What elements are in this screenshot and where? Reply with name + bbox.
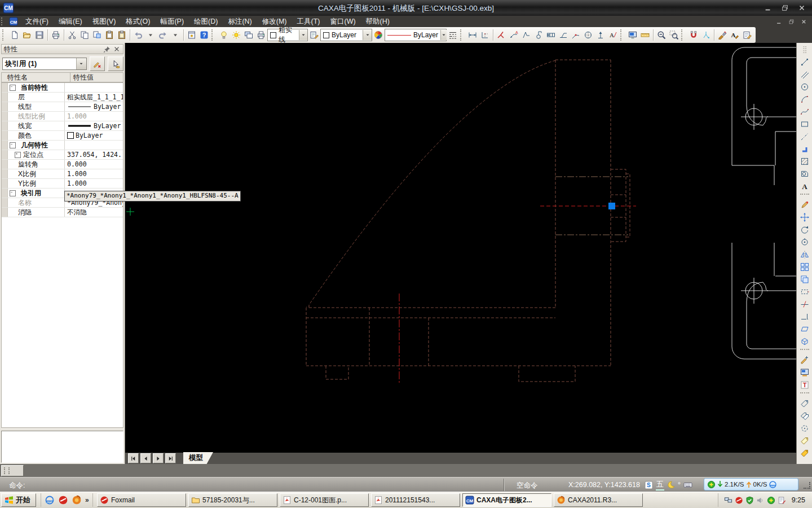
- chevron-down-icon[interactable]: [299, 30, 307, 40]
- mdi-restore-button[interactable]: [787, 18, 795, 25]
- draw-solid-icon[interactable]: [798, 335, 811, 348]
- tb-doc-edit-icon[interactable]: [741, 29, 753, 41]
- tray-shield-icon[interactable]: [745, 496, 754, 505]
- toolbar-grip[interactable]: [211, 29, 215, 41]
- menu-幅面P[interactable]: 幅面(P): [155, 16, 189, 28]
- property-value[interactable]: ByLayer: [65, 121, 123, 130]
- cad-drawing[interactable]: [125, 43, 796, 464]
- draw-stretch-icon[interactable]: [798, 286, 811, 298]
- chevron-down-icon[interactable]: [440, 30, 447, 40]
- draw-line-icon[interactable]: [798, 56, 811, 68]
- selection-grip[interactable]: [608, 203, 615, 209]
- draw-spline-icon[interactable]: [798, 106, 811, 118]
- draw-text-icon[interactable]: A: [798, 180, 811, 192]
- tb-module-icon[interactable]: [186, 29, 198, 41]
- ime-wubi-label[interactable]: 五: [656, 479, 664, 491]
- tb-chamfer-dim-icon[interactable]: [495, 29, 508, 41]
- minimize-button[interactable]: [761, 3, 775, 12]
- layer-combo[interactable]: 粗实线: [267, 29, 308, 41]
- tb-copy-sel-icon[interactable]: [91, 29, 103, 41]
- draw-text-tool-icon[interactable]: T: [798, 379, 811, 391]
- property-value[interactable]: 粗实线层_1_1_1_1: [65, 93, 123, 102]
- ime-punct-label[interactable]: °: [678, 481, 681, 489]
- toolbar-grip[interactable]: [2, 29, 6, 41]
- network-speed-widget[interactable]: 2.1K/S 0K/S: [704, 478, 798, 491]
- property-value[interactable]: ByLayer: [65, 131, 123, 140]
- tb-drop-icon[interactable]: [169, 29, 182, 41]
- tray-volume-icon[interactable]: [756, 496, 765, 505]
- selection-combo[interactable]: 块引用 (1): [2, 58, 87, 70]
- tb-save-icon[interactable]: [33, 29, 46, 41]
- draw-ocr-icon[interactable]: [798, 366, 811, 379]
- tb-open-icon[interactable]: [21, 29, 33, 41]
- chevron-down-icon[interactable]: [76, 58, 86, 69]
- tb-magnet-icon[interactable]: [687, 29, 700, 41]
- taskbar-button-57185-20031与...[interactable]: 57185-20031与...: [188, 493, 277, 507]
- taskbar-button-201112151543...[interactable]: 201112151543...: [371, 493, 460, 507]
- property-value[interactable]: 0.000: [65, 160, 123, 169]
- draw-tag-yellow-icon[interactable]: [798, 447, 811, 459]
- tb-dim-linear-icon[interactable]: [466, 29, 479, 41]
- tb-paste-special-icon[interactable]: [116, 29, 128, 41]
- taskbar-button-CAXA2011.R3...[interactable]: CAXA2011.R3...: [554, 493, 643, 507]
- tb-layer-settings-icon[interactable]: [308, 29, 320, 41]
- menu-绘图D[interactable]: 绘图(D): [189, 16, 223, 28]
- collapse-icon[interactable]: [10, 142, 16, 148]
- property-row-层[interactable]: 层粗实线层_1_1_1_1: [2, 93, 123, 102]
- expand-icon[interactable]: [15, 152, 21, 158]
- menu-格式O[interactable]: 格式(O): [121, 16, 155, 28]
- mdi-close-button[interactable]: [800, 18, 807, 25]
- taskbar-button-Foxmail[interactable]: Foxmail: [97, 493, 186, 507]
- taskbar-button-C-12-001图面.p...[interactable]: C-12-001图面.p...: [280, 493, 369, 507]
- tb-leader-icon[interactable]: A: [508, 29, 520, 41]
- menubar-grip[interactable]: [1, 17, 5, 25]
- tb-undo-icon[interactable]: [132, 29, 144, 41]
- toolbar-grip[interactable]: [681, 29, 685, 41]
- draw-parallel-icon[interactable]: [798, 68, 811, 81]
- draw-mirror-icon[interactable]: [798, 248, 811, 261]
- toolbar-grip[interactable]: [620, 29, 624, 41]
- tb-zoom-out-icon[interactable]: [655, 29, 668, 41]
- draw-array-icon[interactable]: [798, 261, 811, 273]
- tb-raise-icon[interactable]: [594, 29, 607, 41]
- next-tab-button[interactable]: [153, 453, 164, 463]
- tb-weld-icon[interactable]: [557, 29, 570, 41]
- tb-tolerance-icon[interactable]: [545, 29, 557, 41]
- tb-style-brush-icon[interactable]: A: [729, 29, 741, 41]
- property-value[interactable]: [65, 141, 123, 150]
- property-row-当前特性[interactable]: 当前特性: [2, 83, 123, 93]
- menu-窗口W[interactable]: 窗口(W): [325, 16, 360, 28]
- property-row-X比例[interactable]: X比例1.000: [2, 169, 123, 179]
- draw-dim-edit-icon[interactable]: [798, 354, 811, 366]
- restore-button[interactable]: [778, 3, 792, 12]
- property-row-线型比例[interactable]: 线型比例1.000: [2, 112, 123, 121]
- draw-circle-icon[interactable]: [798, 81, 811, 93]
- property-value[interactable]: [65, 83, 123, 92]
- quicklaunch-ie-icon[interactable]: [45, 495, 55, 505]
- ie-icon[interactable]: [769, 480, 777, 489]
- drawing-canvas[interactable]: 模型: [125, 43, 796, 464]
- property-row-定位点[interactable]: 定位点337.054, 1424...: [2, 150, 123, 160]
- tb-node-icon[interactable]: [570, 29, 582, 41]
- tb-text-dim-icon[interactable]: A: [607, 29, 619, 41]
- quicklaunch-foxmail-icon[interactable]: [58, 495, 68, 505]
- property-value[interactable]: 1.000: [65, 179, 123, 188]
- tb-copy-icon[interactable]: [78, 29, 91, 41]
- tray-foxmail-icon[interactable]: [735, 496, 743, 505]
- property-value[interactable]: 1.000: [65, 169, 123, 178]
- property-row-线宽[interactable]: 线宽ByLayer: [2, 121, 123, 131]
- draw-sketch-icon[interactable]: [798, 199, 811, 211]
- taskbar-button-CAXA电子图板2...[interactable]: CMCAXA电子图板2...: [462, 493, 551, 507]
- tb-linetype-settings-icon[interactable]: [447, 29, 459, 41]
- pin-icon[interactable]: [103, 45, 111, 53]
- draw-rotate-icon[interactable]: [798, 224, 811, 236]
- last-tab-button[interactable]: [165, 453, 176, 463]
- dock-grip[interactable]: [1, 465, 24, 476]
- menu-标注N[interactable]: 标注(N): [223, 16, 257, 28]
- tb-datum-icon[interactable]: [532, 29, 545, 41]
- tb-print-icon[interactable]: [50, 29, 62, 41]
- tb-cut-icon[interactable]: [66, 29, 78, 41]
- property-value[interactable]: 1.000: [65, 112, 123, 121]
- draw-rotate-ref-icon[interactable]: [798, 236, 811, 248]
- collapse-icon[interactable]: [10, 190, 16, 196]
